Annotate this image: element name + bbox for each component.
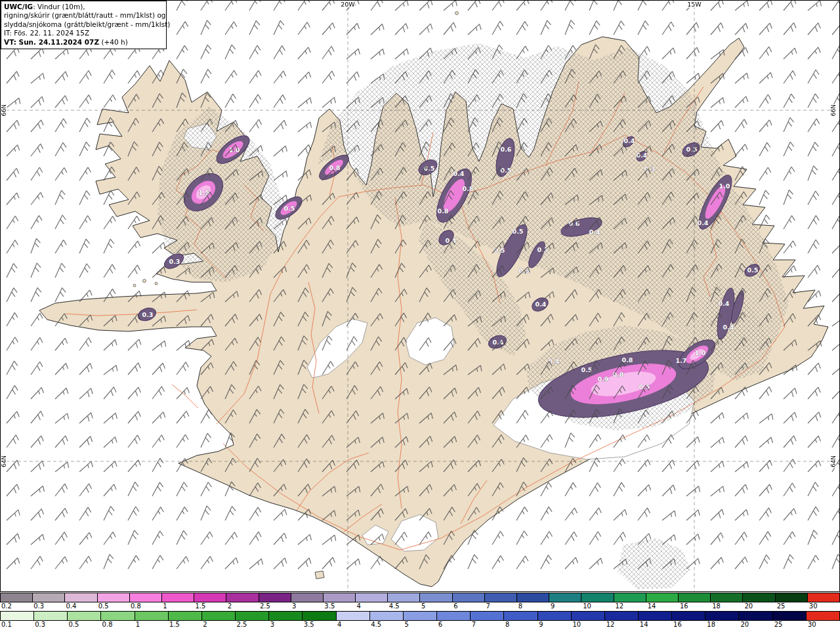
legend-cell bbox=[808, 593, 839, 602]
legend-cell bbox=[130, 593, 162, 602]
precip-value-label: 0.5 bbox=[284, 205, 295, 212]
legend-tick-label: 2.5 bbox=[259, 602, 291, 611]
legend-tick-label: 20 bbox=[743, 602, 775, 611]
legend-tick-label: 0.8 bbox=[101, 621, 135, 629]
legend-tick-label: 3 bbox=[291, 602, 323, 611]
legend-tick-label: 0.5 bbox=[97, 602, 129, 611]
product-code: UWC/IG bbox=[4, 3, 33, 10]
sleet-snow-scale-labels: 0.20.30.40.50.811.522.533.544.5567891012… bbox=[0, 602, 840, 611]
legend-cell bbox=[98, 593, 130, 602]
precip-value-label: 0.4 bbox=[698, 219, 709, 226]
precip-value-label: 0.5 bbox=[513, 228, 524, 235]
legend-tick-label: 10 bbox=[581, 602, 614, 611]
legend-cell bbox=[291, 593, 324, 602]
legend-tick-label: 7 bbox=[485, 602, 517, 611]
legend-tick-label: 14 bbox=[639, 621, 672, 629]
precip-value-label: 1.0 bbox=[695, 349, 706, 356]
legend-cell bbox=[605, 612, 639, 620]
precip-value-label: 0.8 bbox=[622, 356, 633, 364]
legend-cell bbox=[169, 612, 202, 620]
map-area: 1.01.50.50.80.30.30.50.40.80.80.40.60.50… bbox=[0, 0, 840, 592]
legend-tick-label: 2 bbox=[201, 621, 235, 629]
legend-tick-label: 1 bbox=[135, 621, 168, 629]
legend-cell bbox=[33, 593, 65, 602]
legend-tick-label: 0.1 bbox=[0, 621, 33, 629]
legend-cell bbox=[388, 593, 420, 602]
legend-tick-label: 0.3 bbox=[32, 602, 64, 611]
precip-value-label: 1.7 bbox=[676, 357, 687, 364]
legend-tick-label: 25 bbox=[776, 602, 808, 611]
weather-chart-page: 1.01.50.50.80.30.30.50.40.80.80.40.60.50… bbox=[0, 0, 840, 630]
parallel-label: 64N bbox=[1, 455, 7, 467]
legend-cell bbox=[639, 612, 672, 620]
title-line-3: slydda/snjókoma (grátt/bleikt/grænt - mm… bbox=[4, 20, 163, 29]
legend-cell bbox=[679, 593, 711, 602]
legend-cell bbox=[711, 593, 743, 602]
legend-cell bbox=[743, 593, 775, 602]
legend-tick-label: 5 bbox=[420, 602, 452, 611]
legend-cell bbox=[572, 612, 605, 620]
legend-tick-label: 2 bbox=[226, 602, 259, 611]
legend-tick-label: 2.5 bbox=[235, 621, 268, 629]
precip-value-label: 0.4 bbox=[453, 170, 465, 177]
legend-cell bbox=[194, 593, 226, 602]
legend-tick-label: 10 bbox=[571, 621, 604, 629]
precip-value-label: 0.8 bbox=[438, 207, 449, 215]
precip-value-label: 0.4 bbox=[723, 324, 734, 331]
legend-cell bbox=[202, 612, 236, 620]
legend-cell bbox=[337, 612, 370, 620]
legend-tick-label: 1.5 bbox=[194, 602, 226, 611]
it-label: IT: bbox=[4, 29, 12, 37]
vt-suffix: (+40 h) bbox=[101, 38, 127, 46]
precip-value-label: 0.3 bbox=[537, 246, 549, 253]
title-line-2: rigning/skúrir (grænt/blátt/rautt - mm/1… bbox=[4, 11, 163, 20]
iceland-weather-map: 1.01.50.50.80.30.30.50.40.80.80.40.60.50… bbox=[0, 0, 840, 592]
legend-cell bbox=[269, 612, 303, 620]
legend-tick-label: 20 bbox=[739, 621, 772, 629]
legend-tick-label: 4 bbox=[356, 602, 388, 611]
meridian-label: 15W bbox=[687, 1, 702, 8]
it-value: Fös. 22. 11. 2024 15Z bbox=[14, 29, 89, 37]
legend-cell bbox=[538, 612, 572, 620]
init-time-line: IT: Fös. 22. 11. 2024 15Z bbox=[4, 29, 163, 37]
legend-tick-label: 9 bbox=[537, 621, 571, 629]
legend-cell bbox=[34, 612, 68, 620]
legend-tick-label: 0.5 bbox=[67, 621, 100, 629]
precip-value-label: 1.0 bbox=[719, 182, 730, 190]
legend-cell bbox=[135, 612, 169, 620]
legend-tick-label: 18 bbox=[705, 621, 739, 629]
legend-cell bbox=[356, 593, 388, 602]
legend-cell bbox=[471, 612, 504, 620]
vt-value: Sun. 24.11.2024 07Z bbox=[19, 38, 99, 46]
legend-cell bbox=[68, 612, 101, 620]
legend-cell bbox=[370, 612, 404, 620]
legend-tick-label: 5 bbox=[403, 621, 436, 629]
legend-cell bbox=[1, 612, 34, 620]
legend-cell bbox=[549, 593, 581, 602]
legend-tick-label: 3 bbox=[269, 621, 303, 629]
precip-value-label: 0.6 bbox=[501, 146, 512, 153]
legend-tick-label: 30 bbox=[808, 602, 840, 611]
legend-cell bbox=[420, 593, 452, 602]
legend-tick-label: 12 bbox=[605, 621, 639, 629]
legend-tick-label: 16 bbox=[679, 602, 711, 611]
legend-cell bbox=[581, 593, 614, 602]
legend-cell bbox=[739, 612, 772, 620]
legend-cell bbox=[259, 593, 291, 602]
rain-scale-labels: 0.10.30.50.811.522.533.544.5567891012141… bbox=[0, 621, 840, 629]
legend-cell bbox=[303, 612, 336, 620]
legend-cell bbox=[1, 593, 33, 602]
legend-cell bbox=[807, 612, 839, 620]
legend-tick-label: 7 bbox=[471, 621, 504, 629]
precip-value-label: 0.3 bbox=[169, 258, 180, 265]
legend-tick-label: 6 bbox=[437, 621, 471, 629]
legend-tick-label: 1 bbox=[161, 602, 194, 611]
legend-tick-label: 0.2 bbox=[0, 602, 32, 611]
legend-tick-label: 8 bbox=[517, 602, 549, 611]
precip-value-label: 0.9 bbox=[598, 375, 609, 383]
precip-value-label: 0.4 bbox=[549, 358, 560, 365]
legend-cell bbox=[705, 612, 739, 620]
legend-tick-label: 30 bbox=[807, 621, 840, 629]
parallel-label: 66N bbox=[830, 104, 837, 116]
legend-cell bbox=[324, 593, 356, 602]
